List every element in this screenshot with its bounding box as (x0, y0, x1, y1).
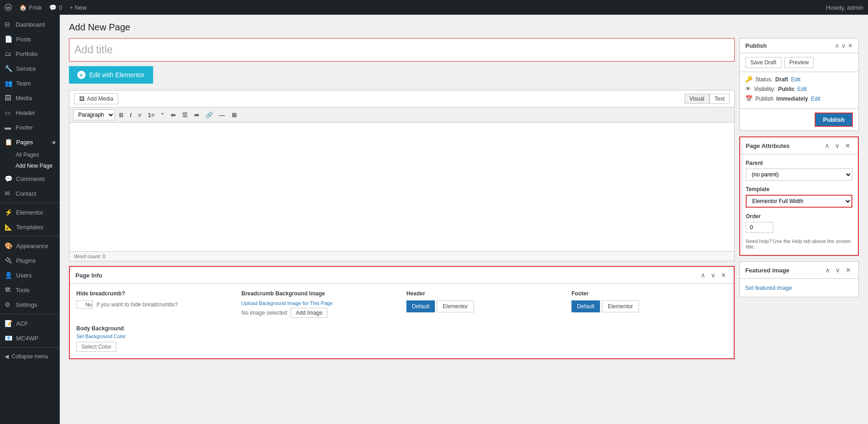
page-info-collapse-down[interactable]: ∨ (709, 271, 717, 280)
sidebar-item-dashboard[interactable]: ⊟ Dashboard (0, 17, 60, 32)
bold-button[interactable]: B (117, 111, 126, 119)
submenu-add-new-page[interactable]: Add New Page (0, 160, 60, 171)
editor-content[interactable] (69, 123, 734, 251)
footer-default-button[interactable]: Default (571, 300, 600, 312)
publish-box-title: Publish (745, 42, 835, 49)
page-info-close[interactable]: ✕ (719, 271, 728, 280)
align-right-button[interactable]: ➡ (192, 111, 201, 119)
paragraph-format-select[interactable]: Paragraph (73, 109, 115, 120)
set-featured-image-link[interactable]: Set featured image (745, 285, 792, 291)
visual-tab[interactable]: Visual (685, 94, 709, 104)
text-tab[interactable]: Text (709, 94, 730, 104)
fi-collapse-down[interactable]: ∨ (834, 266, 842, 275)
ol-button[interactable]: 1≡ (146, 111, 157, 119)
sidebar-item-settings[interactable]: ⚙ Settings (0, 297, 60, 312)
add-media-button[interactable]: 🖼 Add Media (74, 93, 118, 104)
collapse-menu-button[interactable]: ◀ Collapse menu (0, 350, 60, 363)
visibility-row: 👁 Visibility: Public Edit (745, 85, 853, 92)
pa-close[interactable]: ✕ (843, 141, 852, 150)
upload-bg-image-link[interactable]: Upload Background Image for This Page (241, 300, 397, 306)
header-label: Header (406, 290, 562, 297)
sidebar-item-contact[interactable]: ✉ Contact (0, 186, 60, 201)
media-icon: 🖼 (5, 94, 12, 102)
sidebar-item-elementor[interactable]: ⚡ Elementor (0, 205, 60, 220)
page-info-content: Hide breadcrumb? No if you want to hide … (70, 284, 734, 358)
no-image-row: No image selected Add Image (241, 308, 397, 318)
fi-close[interactable]: ✕ (844, 266, 853, 275)
calendar-icon: 📅 (745, 95, 753, 102)
header-default-button[interactable]: Default (406, 300, 435, 312)
adminbar-wp-logo[interactable]: W (5, 4, 12, 11)
sidebar-item-mc4wp[interactable]: 📧 MC4WP (0, 331, 60, 345)
sidebar-item-team[interactable]: 👥 Team (0, 76, 60, 90)
breadcrumb-bg-label: Breadcrumb Background Image (241, 290, 397, 297)
sidebar-item-acf[interactable]: 📝 ACF (0, 316, 60, 331)
add-image-button[interactable]: Add Image (291, 308, 327, 318)
adminbar-site[interactable]: 🏠 Frisk (19, 4, 42, 11)
set-bg-color-link[interactable]: Set Background Color (76, 334, 727, 339)
publish-time-edit-link[interactable]: Edit (811, 96, 821, 102)
sidebar-item-header[interactable]: ▭ Header (0, 105, 60, 120)
visibility-edit-link[interactable]: Edit (797, 86, 807, 92)
sidebar-item-users[interactable]: 👤 Users (0, 268, 60, 283)
publish-box: Publish ∧ ∨ ✕ Save Draft Preview (739, 38, 859, 131)
align-center-button[interactable]: ☰ (180, 111, 190, 119)
save-draft-button[interactable]: Save Draft (745, 57, 782, 68)
pa-collapse-up[interactable]: ∧ (823, 141, 831, 150)
template-select[interactable]: Elementor Full Width Default Template El… (746, 195, 852, 208)
page-attributes-help: Need help? Use the Help tab above the sc… (746, 238, 852, 249)
publish-button[interactable]: Publish (815, 113, 853, 127)
adminbar-new[interactable]: + New (69, 4, 86, 11)
sidebar-item-portfolio[interactable]: 🗂 Portfolio (0, 46, 60, 61)
sidebar-item-posts[interactable]: 📄 Posts (0, 32, 60, 46)
align-left-button[interactable]: ⬅ (168, 111, 178, 119)
publish-collapse-down[interactable]: ∨ (841, 42, 846, 49)
status-edit-link[interactable]: Edit (791, 76, 800, 83)
word-count: Word count: 0 (69, 251, 734, 261)
right-sidebar: Publish ∧ ∨ ✕ Save Draft Preview (735, 38, 859, 364)
publish-close[interactable]: ✕ (848, 42, 853, 49)
sidebar-item-pages[interactable]: 📋 Pages ◀ (0, 135, 60, 149)
header-icon: ▭ (5, 109, 12, 116)
sidebar-item-media[interactable]: 🖼 Media (0, 90, 60, 105)
sidebar-item-service[interactable]: 🔧 Service (0, 61, 60, 76)
blockquote-button[interactable]: " (159, 111, 166, 119)
adminbar-comments[interactable]: 💬 0 (49, 4, 62, 11)
users-icon: 👤 (5, 271, 12, 279)
parent-select[interactable]: (no parent) (746, 169, 852, 181)
breadcrumb-toggle[interactable]: No (76, 300, 93, 309)
pa-collapse-down[interactable]: ∨ (833, 141, 841, 150)
more-button[interactable]: — (217, 111, 228, 119)
header-elementor-button[interactable]: Elementor (437, 300, 474, 312)
sidebar-item-tools[interactable]: 🛠 Tools (0, 283, 60, 297)
sidebar-item-templates[interactable]: 📐 Templates (0, 220, 60, 234)
footer-elementor-button[interactable]: Elementor (602, 300, 639, 312)
table-button[interactable]: ⊞ (229, 111, 239, 119)
publish-collapse-up[interactable]: ∧ (835, 42, 839, 49)
sidebar-item-plugins[interactable]: 🔌 Plugins (0, 253, 60, 268)
sidebar-item-comments[interactable]: 💬 Comments (0, 171, 60, 186)
footer-label: Footer (571, 290, 727, 297)
page-title-input[interactable] (69, 38, 735, 62)
select-color-button[interactable]: Select Color (76, 342, 116, 352)
no-image-label: No image selected (241, 310, 287, 316)
submenu-all-pages[interactable]: All Pages (0, 149, 60, 160)
order-input[interactable] (746, 222, 773, 233)
ul-button[interactable]: ≡ (136, 111, 144, 119)
portfolio-icon: 🗂 (5, 50, 12, 57)
parent-label: Parent (746, 160, 852, 166)
sidebar-item-footer[interactable]: ▬ Footer (0, 120, 60, 135)
link-button[interactable]: 🔗 (203, 111, 215, 119)
menu-separator-2 (0, 236, 60, 237)
edit-with-elementor-button[interactable]: e Edit with Elementor (69, 66, 153, 84)
page-info-collapse-up[interactable]: ∧ (699, 271, 707, 280)
featured-image-header: Featured image ∧ ∨ ✕ (740, 262, 858, 279)
sidebar-item-appearance[interactable]: 🎨 Appearance (0, 238, 60, 253)
preview-button[interactable]: Preview (784, 57, 814, 68)
svg-text:W: W (6, 5, 11, 10)
fi-collapse-up[interactable]: ∧ (823, 266, 832, 275)
header-buttons: Default Elementor (406, 300, 562, 312)
featured-image-title: Featured image (745, 267, 823, 274)
italic-button[interactable]: I (127, 111, 134, 119)
publish-box-controls: ∧ ∨ ✕ (835, 42, 853, 49)
